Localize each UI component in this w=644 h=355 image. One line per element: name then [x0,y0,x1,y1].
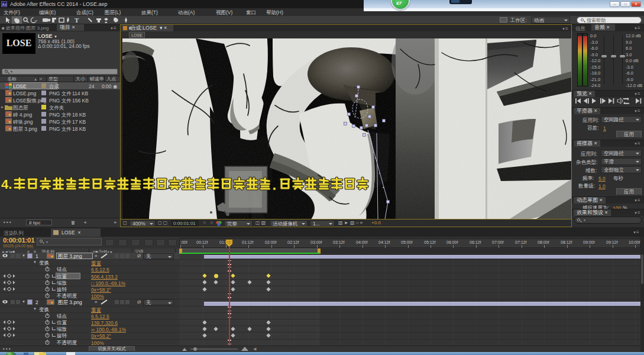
svg-text:T: T [75,17,79,24]
svg-text:4.: 4. [1,177,12,192]
